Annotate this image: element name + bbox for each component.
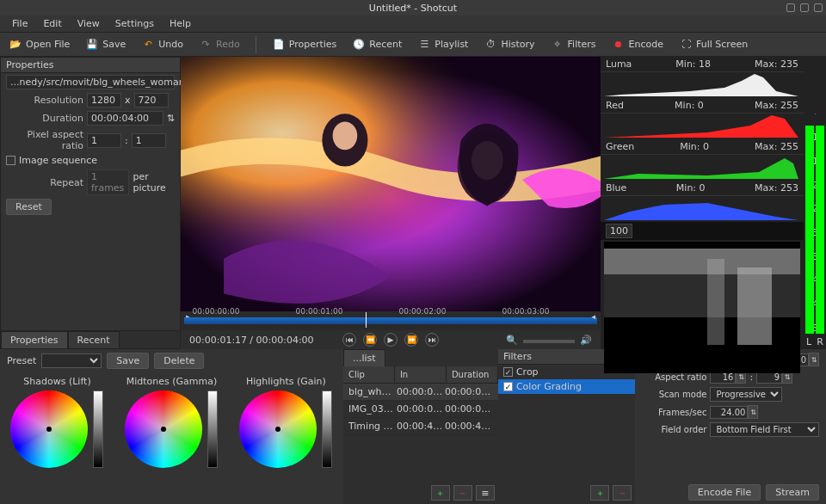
properties-button[interactable]: 📄Properties <box>268 36 341 53</box>
current-timecode[interactable]: 00:00:01:17 <box>189 335 247 346</box>
forward-button[interactable]: ⏩ <box>404 333 418 347</box>
file-path: ...nedy/src/movit/blg_wheels_woman_1.jpg <box>6 75 175 89</box>
zoom-out-icon[interactable]: 🔍 <box>506 335 518 346</box>
filter-item-color-grading[interactable]: ✓Color Grading <box>498 379 636 394</box>
menu-settings[interactable]: Settings <box>108 16 161 31</box>
menu-view[interactable]: View <box>71 16 107 31</box>
red-histogram <box>604 114 800 138</box>
timeline-ruler[interactable]: ▸ 00:00:00:00 00:00:01:00 00:00:02:00 00… <box>181 311 601 330</box>
spinner-icon[interactable]: ⇅ <box>167 113 175 124</box>
svg-marker-9 <box>604 203 798 220</box>
window-title: Untitled* - Shotcut <box>369 3 457 14</box>
color-grading-panel: Preset Save Delete Shadows (Lift) Midton… <box>0 349 343 504</box>
field-order-select[interactable]: Bottom Field First <box>710 422 819 437</box>
undo-icon: ↶ <box>141 38 155 52</box>
fullscreen-button[interactable]: ⛶Full Screen <box>675 36 751 53</box>
playlist-remove-button[interactable]: － <box>453 485 472 501</box>
waveform-ire[interactable]: 100 <box>606 224 632 238</box>
redo-button[interactable]: ↷Redo <box>195 36 243 53</box>
highlights-slider[interactable] <box>322 390 332 468</box>
playlist-menu-button[interactable]: ≡ <box>476 485 495 501</box>
reset-button[interactable]: Reset <box>6 199 52 215</box>
playlist-add-button[interactable]: ＋ <box>431 485 450 501</box>
menu-help[interactable]: Help <box>163 16 198 31</box>
fps-field[interactable] <box>710 406 748 419</box>
svg-marker-7 <box>604 115 798 138</box>
image-sequence-checkbox[interactable] <box>6 156 15 165</box>
preset-select[interactable] <box>41 353 102 368</box>
toolbar: 📂Open File 💾Save ↶Undo ↷Redo 📄Properties… <box>0 33 826 57</box>
encode-file-button[interactable]: Encode File <box>688 484 761 501</box>
tab-properties[interactable]: Properties <box>1 331 68 348</box>
spinner-icon[interactable]: ⇅ <box>748 405 758 419</box>
redo-icon: ↷ <box>199 38 213 52</box>
stream-button[interactable]: Stream <box>766 484 819 501</box>
video-viewport[interactable] <box>181 57 601 311</box>
recent-icon: 🕓 <box>352 38 366 52</box>
maximize-icon[interactable] <box>800 3 809 12</box>
crop-checkbox[interactable]: ✓ <box>503 367 513 377</box>
menubar: File Edit View Settings Help <box>0 15 826 33</box>
encode-icon: ⏺ <box>612 38 626 52</box>
minimize-icon[interactable] <box>786 3 795 12</box>
open-file-button[interactable]: 📂Open File <box>5 36 73 53</box>
playlist-button[interactable]: ☰Playlist <box>414 36 472 53</box>
shadows-slider[interactable] <box>93 390 103 468</box>
svg-point-5 <box>333 122 358 151</box>
playlist-row[interactable]: Timing Testsl...00:00:47:0800:00:40:08 <box>343 418 498 435</box>
waveform-scope <box>604 242 800 373</box>
recent-button[interactable]: 🕓Recent <box>348 36 405 53</box>
out-marker-icon[interactable]: ◂ <box>591 312 595 321</box>
midtones-label: Midtones (Gamma) <box>126 376 218 387</box>
preset-delete-button[interactable]: Delete <box>154 353 204 369</box>
titlebar: Untitled* - Shotcut <box>0 0 826 15</box>
meter-left <box>805 60 814 334</box>
spinner-icon[interactable]: ⇅ <box>809 353 819 366</box>
filter-add-button[interactable]: ＋ <box>590 485 609 501</box>
skip-start-button[interactable]: ⏮ <box>342 333 356 347</box>
filters-icon: ✧ <box>551 38 564 52</box>
res-width[interactable]: 1280 <box>87 93 121 108</box>
history-button[interactable]: ⏱History <box>480 36 538 53</box>
play-button[interactable]: ▶ <box>384 333 398 347</box>
playlist-tab[interactable]: ...list <box>343 349 385 366</box>
playlist-icon: ☰ <box>417 38 431 52</box>
volume-icon[interactable]: 🔊 <box>580 335 592 346</box>
par-b[interactable]: 1 <box>132 133 166 148</box>
skip-end-button[interactable]: ⏭ <box>425 333 439 347</box>
filter-remove-button[interactable]: － <box>613 485 632 501</box>
encode-button[interactable]: ⏺Encode <box>608 36 667 53</box>
folder-icon: 📂 <box>9 38 22 52</box>
playlist-row[interactable]: IMG_0357.JPG00:00:00:0000:00:04:00 <box>343 401 498 418</box>
midtones-wheel[interactable] <box>125 390 202 468</box>
undo-button[interactable]: ↶Undo <box>138 36 187 53</box>
highlights-label: Highlights (Gain) <box>246 376 326 387</box>
preset-save-button[interactable]: Save <box>107 353 149 369</box>
shadows-wheel[interactable] <box>10 390 88 468</box>
zoom-slider[interactable] <box>523 340 575 343</box>
midtones-slider[interactable] <box>207 390 218 468</box>
playlist-row[interactable]: blg_wheels_...00:00:00:0000:00:04:00 <box>343 384 498 401</box>
rewind-button[interactable]: ⏪ <box>363 333 377 347</box>
highlights-wheel[interactable] <box>239 390 317 468</box>
disk-icon: 💾 <box>85 38 99 52</box>
color-grading-checkbox[interactable]: ✓ <box>503 382 513 391</box>
total-timecode: 00:00:04:00 <box>256 335 314 346</box>
duration-field[interactable]: 00:00:04:00 <box>87 111 163 126</box>
green-histogram <box>604 155 800 179</box>
close-icon[interactable] <box>814 3 823 12</box>
res-height[interactable]: 720 <box>134 93 169 108</box>
shadows-label: Shadows (Lift) <box>23 376 90 387</box>
tab-recent[interactable]: Recent <box>68 331 120 348</box>
scan-mode-select[interactable]: Progressive <box>710 387 782 402</box>
playhead[interactable] <box>366 312 367 328</box>
menu-file[interactable]: File <box>5 16 34 31</box>
menu-edit[interactable]: Edit <box>36 16 68 31</box>
save-button[interactable]: 💾Save <box>82 36 129 53</box>
blue-histogram <box>604 196 800 220</box>
properties-panel: Properties ...nedy/src/movit/blg_wheels_… <box>0 57 181 349</box>
svg-rect-14 <box>707 259 724 345</box>
luma-histogram <box>604 72 800 96</box>
filters-button[interactable]: ✧Filters <box>547 36 600 53</box>
par-a[interactable]: 1 <box>87 133 121 148</box>
